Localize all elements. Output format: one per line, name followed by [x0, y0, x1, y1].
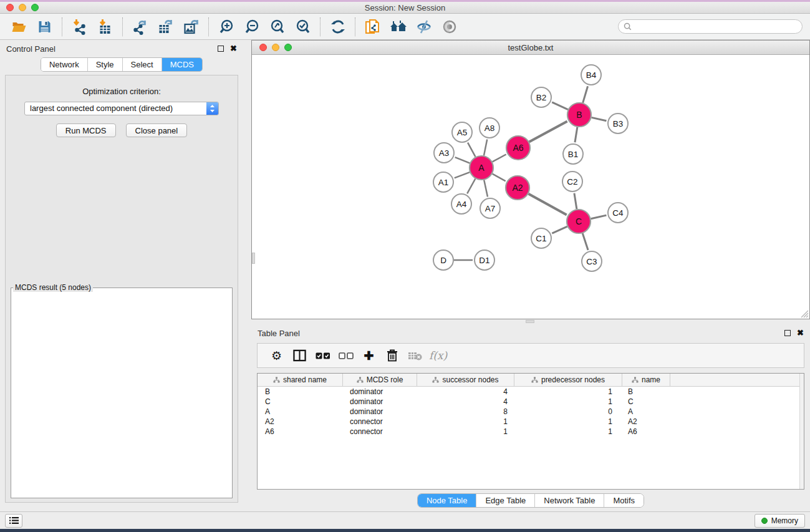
export-table-button[interactable]	[153, 16, 178, 38]
graph-node-A8[interactable]: A8	[480, 118, 499, 138]
tab-style[interactable]: Style	[87, 58, 122, 71]
column-header-MCDS-role[interactable]: MCDS role	[343, 374, 417, 386]
edge-C-C3[interactable]	[582, 233, 588, 250]
search-input[interactable]	[632, 21, 802, 32]
zoom-in-button[interactable]	[213, 16, 239, 38]
graph-node-C2[interactable]: C2	[562, 172, 582, 191]
graph-node-A6[interactable]: A6	[506, 136, 530, 160]
close-panel-icon[interactable]: ✖	[230, 46, 237, 52]
function-builder-button[interactable]: f(x)	[429, 349, 447, 362]
close-table-panel-icon[interactable]: ✖	[797, 330, 804, 336]
edge-A2-C[interactable]	[529, 194, 567, 215]
select-all-button[interactable]	[311, 352, 334, 359]
search-field[interactable]	[618, 19, 803, 34]
edge-A-A8[interactable]	[484, 140, 487, 156]
graph-node-B3[interactable]: B3	[608, 114, 628, 133]
graph-node-D[interactable]: D	[433, 250, 453, 270]
zoom-out-button[interactable]	[239, 16, 264, 38]
graph-node-C1[interactable]: C1	[531, 228, 551, 248]
edge-C-C4[interactable]	[591, 215, 607, 219]
edge-C-C2[interactable]	[574, 193, 577, 209]
table-settings-button[interactable]: ⚙	[265, 349, 288, 363]
edge-A-A2[interactable]	[493, 174, 506, 181]
edge-A-A6[interactable]	[493, 154, 506, 162]
vertical-scroll-thumb[interactable]	[252, 253, 255, 264]
graph-node-C3[interactable]: C3	[582, 251, 602, 271]
column-header-predecessor-nodes[interactable]: predecessor nodes	[514, 374, 622, 386]
tab-select[interactable]: Select	[122, 58, 162, 71]
edge-B-B1[interactable]	[575, 127, 577, 142]
show-column-button[interactable]	[288, 349, 311, 362]
apply-layout-button[interactable]	[325, 16, 350, 38]
create-column-button[interactable]: ✚	[357, 349, 380, 363]
column-header-successor-nodes[interactable]: successor nodes	[417, 374, 514, 386]
graph-node-B2[interactable]: B2	[531, 87, 551, 107]
graph-node-A4[interactable]: A4	[451, 194, 471, 214]
edge-A-A1[interactable]	[455, 172, 470, 178]
delete-table-button[interactable]	[403, 351, 427, 360]
tab-network[interactable]: Network	[41, 58, 87, 71]
graph-node-A3[interactable]: A3	[434, 143, 454, 163]
save-session-button[interactable]	[32, 16, 57, 38]
column-header-name[interactable]: name	[622, 374, 670, 386]
edge-B-B3[interactable]	[592, 117, 607, 120]
import-table-button[interactable]	[92, 16, 118, 38]
memory-button[interactable]: Memory	[755, 514, 805, 528]
graph-node-C4[interactable]: C4	[608, 203, 628, 223]
open-file-button[interactable]	[6, 16, 32, 38]
graph-node-A1[interactable]: A1	[433, 172, 453, 192]
graph-node-B1[interactable]: B1	[563, 144, 583, 164]
edge-A-A7[interactable]	[484, 180, 488, 197]
tab-network-table[interactable]: Network Table	[534, 494, 604, 507]
float-panel-icon[interactable]	[218, 46, 224, 52]
run-mcds-button[interactable]: Run MCDS	[56, 123, 116, 137]
edge-B-B4[interactable]	[583, 86, 588, 103]
edge-B-B2[interactable]	[552, 102, 568, 110]
graph-node-A[interactable]: A	[470, 156, 493, 180]
graph-node-A5[interactable]: A5	[452, 122, 472, 142]
table-row[interactable]: A6connector11A6	[258, 427, 804, 437]
tab-edge-table[interactable]: Edge Table	[476, 494, 534, 507]
float-table-panel-icon[interactable]	[784, 330, 791, 336]
edge-C-C1[interactable]	[552, 226, 567, 233]
table-row[interactable]: A2connector11A2	[258, 417, 804, 427]
horizontal-scroll-thumb[interactable]	[526, 320, 534, 323]
new-network-button[interactable]	[360, 16, 385, 38]
table-row[interactable]: Cdominator41C	[258, 397, 804, 407]
tab-mcds[interactable]: MCDS	[162, 58, 202, 71]
column-header-shared-name[interactable]: shared name	[258, 374, 343, 386]
resize-grip[interactable]	[801, 310, 809, 318]
network-graph[interactable]: #7f7f7f"/>B4B2BB3A8A5A6A3B1AC2A1A2A4A7C4…	[252, 55, 809, 319]
zoom-fit-button[interactable]	[264, 16, 290, 38]
tab-motifs[interactable]: Motifs	[604, 494, 644, 507]
graph-node-C[interactable]: C	[567, 210, 591, 233]
table-scrollbar[interactable]	[799, 374, 804, 489]
edge-A-A5[interactable]	[468, 143, 475, 157]
tab-node-table[interactable]: Node Table	[418, 494, 476, 507]
table-cell: 1	[514, 417, 622, 427]
close-panel-button[interactable]: Close panel	[126, 123, 188, 137]
mcds-tab-content: Optimization criterion: largest connecte…	[5, 75, 238, 503]
unselect-all-button[interactable]	[334, 352, 357, 359]
delete-column-button[interactable]	[380, 349, 403, 362]
show-details-button[interactable]	[436, 16, 462, 38]
criterion-dropdown[interactable]: largest connected component (directed)	[24, 102, 219, 115]
graph-node-D1[interactable]: D1	[475, 250, 494, 270]
task-history-button[interactable]	[5, 514, 22, 528]
export-network-button[interactable]	[127, 16, 153, 38]
network-canvas[interactable]: #7f7f7f"/>B4B2BB3A8A5A6A3B1AC2A1A2A4A7C4…	[252, 55, 809, 319]
edge-A6-B[interactable]	[529, 121, 567, 142]
import-network-button[interactable]	[67, 16, 92, 38]
graph-node-B4[interactable]: B4	[581, 65, 601, 85]
export-image-button[interactable]	[178, 16, 204, 38]
hide-details-button[interactable]	[411, 16, 436, 38]
edge-A-A3[interactable]	[455, 157, 470, 163]
zoom-selected-button[interactable]	[290, 16, 316, 38]
edge-A-A4[interactable]	[467, 179, 475, 194]
session-home-button[interactable]	[385, 16, 411, 38]
table-row[interactable]: Adominator80A	[258, 407, 804, 417]
table-row[interactable]: Bdominator41B	[258, 387, 804, 397]
graph-node-A2[interactable]: A2	[506, 176, 529, 200]
graph-node-A7[interactable]: A7	[480, 198, 500, 218]
graph-node-B[interactable]: B	[567, 103, 591, 127]
